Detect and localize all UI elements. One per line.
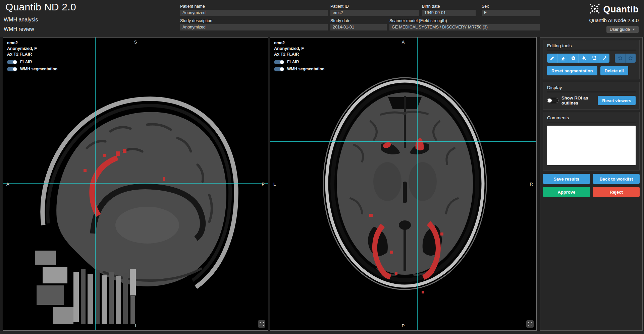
birth-date-value[interactable]: 1949-09-01	[422, 10, 476, 16]
roi-outlines-toggle[interactable]	[547, 98, 558, 103]
eraser-icon	[560, 56, 566, 61]
fill-tool-button[interactable]	[578, 54, 589, 63]
patient-id-field-group: Patient ID emc2	[330, 4, 419, 16]
patient-name-value[interactable]: Anonymized	[180, 10, 328, 16]
patient-name-label: Patient name	[180, 4, 328, 9]
display-panel: Display Show ROI as outlines Reset viewe…	[543, 82, 640, 110]
study-description-label: Study description	[180, 18, 328, 23]
user-guide-label: User guide	[610, 27, 630, 32]
redo-arrow-icon	[628, 56, 633, 61]
toggle-on-icon	[274, 60, 284, 64]
study-date-field-group: Study date 2014-01-01	[330, 18, 387, 30]
flair-toggle[interactable]: FLAIR	[274, 60, 324, 64]
redo-button[interactable]	[625, 54, 636, 63]
fullscreen-icon	[260, 322, 264, 326]
review-step-label: WMH review	[4, 26, 34, 32]
orientation-left: L	[273, 182, 276, 187]
undo-button[interactable]	[615, 54, 625, 63]
eraser-tool-button[interactable]	[557, 54, 568, 63]
editing-tools-title: Editing tools	[547, 43, 636, 50]
reset-segmentation-button[interactable]: Reset segmentation	[547, 66, 597, 75]
main-area: emc2 Anonymized, F Ax T2 FLAIR FLAIR WMH…	[0, 37, 644, 331]
reset-viewers-button[interactable]: Reset viewers	[598, 96, 636, 105]
segmentation-tool-group	[547, 54, 609, 63]
scanner-model-field-group: Scanner model (Field strength) GE MEDICA…	[389, 18, 540, 30]
action-buttons: Save results Back to worklist Approve Re…	[543, 174, 640, 197]
quantib-app-window: Quantib ND 2.0 WMH analysis WMH review P…	[0, 0, 644, 334]
axial-fullscreen-button[interactable]	[526, 320, 534, 328]
delete-all-button[interactable]: Delete all	[600, 66, 628, 75]
toggle-on-icon	[274, 67, 284, 71]
paint-bucket-icon	[581, 56, 586, 61]
sagittal-mri-image[interactable]	[3, 38, 268, 331]
sagittal-layer-toggles: FLAIR WMH segmentation	[7, 60, 57, 74]
study-date-value[interactable]: 2014-01-01	[330, 24, 387, 30]
axial-overlay-info: emc2 Anonymized, F Ax T2 FLAIR	[274, 40, 304, 57]
node-version-label: Quantib AI Node 2.4.0	[589, 17, 639, 23]
editing-tools-panel: Editing tools	[543, 40, 640, 79]
study-date-label: Study date	[330, 18, 387, 23]
pencil-icon	[550, 56, 555, 61]
polygon-tool-button[interactable]	[589, 54, 599, 63]
sex-value[interactable]: F	[482, 10, 540, 16]
toggle-on-icon	[7, 67, 17, 71]
axial-mri-image[interactable]	[270, 38, 537, 331]
quantib-dots-logo	[589, 3, 601, 16]
orientation-anterior: A	[6, 182, 9, 187]
back-to-worklist-button[interactable]: Back to worklist	[593, 174, 640, 184]
flair-toggle[interactable]: FLAIR	[7, 60, 57, 64]
toggle-on-icon	[7, 60, 17, 64]
caret-down-icon: ▼	[632, 28, 635, 31]
sex-field-group: Sex F	[482, 4, 540, 16]
patient-name-field-group: Patient name Anonymized	[180, 4, 328, 16]
save-results-button[interactable]: Save results	[543, 174, 590, 184]
wmh-segmentation-toggle[interactable]: WMH segmentation	[274, 67, 324, 71]
sagittal-overlay-info: emc2 Anonymized, F Ax T2 FLAIR	[7, 40, 37, 57]
orientation-right: R	[530, 182, 533, 187]
undo-redo-group	[615, 54, 636, 63]
study-description-field-group: Study description Anonymized	[180, 18, 328, 30]
roi-outlines-label: Show ROI as outlines	[561, 95, 598, 106]
sex-label: Sex	[482, 4, 540, 9]
orientation-posterior: P	[402, 323, 405, 328]
overlay-patient-info: Anonymized, F	[7, 46, 37, 52]
overlay-series-name: Ax T2 FLAIR	[7, 52, 37, 57]
magic-wand-tool-button[interactable]	[599, 54, 609, 63]
reject-button[interactable]: Reject	[593, 187, 640, 197]
orientation-superior: S	[134, 40, 137, 45]
axial-viewer[interactable]: emc2 Anonymized, F Ax T2 FLAIR FLAIR WMH…	[270, 37, 537, 331]
header: Quantib ND 2.0 WMH analysis WMH review P…	[0, 0, 644, 37]
comments-input[interactable]	[547, 126, 636, 165]
wmh-segmentation-toggle[interactable]: WMH segmentation	[7, 67, 57, 71]
sagittal-fullscreen-button[interactable]	[258, 320, 265, 328]
brand-name: Quantib	[603, 4, 639, 15]
comments-panel: Comments	[543, 112, 640, 171]
overlay-patient-id: emc2	[274, 40, 304, 46]
analysis-type-label: WMH analysis	[4, 17, 38, 23]
patient-id-value[interactable]: emc2	[330, 10, 419, 16]
pencil-tool-button[interactable]	[547, 54, 557, 63]
erase-region-tool-button[interactable]	[568, 54, 578, 63]
comments-title: Comments	[547, 115, 636, 122]
axial-layer-toggles: FLAIR WMH segmentation	[274, 60, 324, 74]
scanner-model-label: Scanner model (Field strength)	[389, 18, 540, 23]
study-description-value[interactable]: Anonymized	[180, 24, 328, 30]
overlay-patient-info: Anonymized, F	[274, 46, 304, 52]
undo-arrow-icon	[618, 56, 623, 61]
orientation-anterior: A	[402, 40, 405, 45]
scanner-model-value[interactable]: GE MEDICAL SYSTEMS / DISCOVERY MR750 (3)	[389, 24, 540, 30]
app-title: Quantib ND 2.0	[5, 1, 76, 13]
patient-id-label: Patient ID	[330, 4, 419, 9]
user-guide-dropdown[interactable]: User guide ▼	[606, 26, 639, 33]
sagittal-viewer[interactable]: emc2 Anonymized, F Ax T2 FLAIR FLAIR WMH…	[3, 37, 268, 331]
magic-wand-icon	[602, 56, 607, 61]
birth-date-field-group: Birth date 1949-09-01	[422, 4, 476, 16]
right-sidebar: Editing tools	[540, 37, 643, 331]
orientation-posterior: P	[262, 182, 265, 187]
approve-button[interactable]: Approve	[543, 187, 590, 197]
birth-date-label: Birth date	[422, 4, 476, 9]
display-title: Display	[547, 85, 636, 92]
fullscreen-icon	[528, 322, 532, 326]
polygon-icon	[592, 56, 597, 61]
overlay-series-name: Ax T2 FLAIR	[274, 52, 304, 57]
